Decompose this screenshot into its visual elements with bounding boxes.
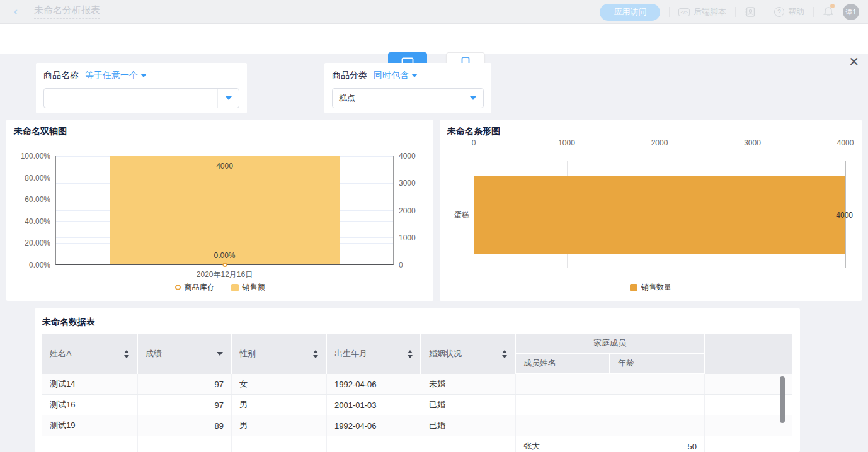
sort-icon[interactable] <box>124 350 129 358</box>
cell-birth: 2001-01-03 <box>327 395 421 415</box>
cell-name: 测试19 <box>42 415 138 436</box>
notifications-button[interactable] <box>823 5 834 19</box>
table-row[interactable]: 测试16 97 男 2001-01-03 已婚 <box>42 395 792 415</box>
cell-gender: 男 <box>232 415 327 436</box>
filter-label: 商品名称 <box>43 70 79 81</box>
cell-member-name: 张大 <box>516 436 610 452</box>
cell-extra <box>705 436 792 452</box>
cell-name: 测试14 <box>42 374 138 394</box>
filter-label: 商品分类 <box>332 70 367 81</box>
line-point-marker[interactable] <box>222 263 227 267</box>
axis-tick: 100.00% <box>21 152 50 161</box>
axis-tick: 2000 <box>651 138 668 147</box>
chevron-down-icon <box>226 96 232 100</box>
line-series-icon <box>175 285 181 290</box>
axis-tick: 0 <box>399 261 403 269</box>
contacts-button[interactable] <box>745 6 756 18</box>
help-button[interactable]: ? 帮助 <box>774 6 804 18</box>
column-header-name[interactable]: 姓名A <box>42 334 138 374</box>
code-icon: </> <box>678 8 690 16</box>
table-row[interactable]: 张大 50 <box>42 436 792 452</box>
axis-tick: 0.00% <box>29 261 50 269</box>
cell-birth <box>327 436 421 452</box>
backend-script-button[interactable]: </> 后端脚本 <box>678 6 726 18</box>
axis-tick: 60.00% <box>25 195 50 204</box>
filter-operator-dropdown[interactable]: 同时包含 <box>374 70 418 81</box>
filter-value-select[interactable] <box>43 88 239 108</box>
cell-score: 89 <box>138 415 232 436</box>
filter-operator-label: 等于任意一个 <box>85 70 138 81</box>
table-row[interactable]: 测试19 89 男 1992-04-06 已婚 <box>42 415 792 436</box>
y-axis-category-label: 蛋糕 <box>440 210 469 220</box>
cell-birth: 1992-04-06 <box>327 415 421 436</box>
quantity-bar[interactable] <box>474 176 845 254</box>
filter-value: 糕点 <box>333 93 462 104</box>
plot-area: 4000 <box>474 161 845 268</box>
column-header-age[interactable]: 年龄 <box>610 354 704 373</box>
legend-label: 销售数量 <box>641 282 671 293</box>
left-axis-ticks: 100.00% 80.00% 60.00% 40.00% 20.00% 0.00… <box>6 156 50 265</box>
filter-card-product-category: 商品分类 同时包含 糕点 <box>324 63 491 113</box>
app-access-button[interactable]: 应用访问 <box>600 4 660 21</box>
cell-marital: 已婚 <box>421 415 516 436</box>
chevron-down-icon <box>411 74 418 77</box>
horizontal-bar-chart-card: 未命名条形图 0 1000 2000 3000 4000 蛋糕 4000 销售数… <box>440 120 862 301</box>
sort-icon[interactable] <box>313 350 318 358</box>
sort-icon[interactable] <box>502 350 507 358</box>
cell-score: 97 <box>138 395 232 415</box>
notification-dot <box>830 4 835 8</box>
data-table: 姓名A 成绩 性别 出生年月 婚姻状况 家庭成员 成 <box>42 334 792 452</box>
app-top-bar: ‹ 未命名分析报表 应用访问 </> 后端脚本 ? 帮助 <box>0 0 868 24</box>
column-label: 出生年月 <box>334 348 367 359</box>
sales-bar[interactable]: 4000 0.00% <box>110 156 340 264</box>
column-header-score[interactable]: 成绩 <box>138 334 232 374</box>
axis-tick: 1000 <box>558 138 575 147</box>
filter-value-select[interactable]: 糕点 <box>332 88 484 108</box>
x-axis-category-label: 2020年12月16日 <box>55 269 394 280</box>
divider <box>735 7 736 17</box>
cell-name: 测试16 <box>42 395 138 415</box>
axis-tick: 3000 <box>399 179 416 188</box>
group-header-label[interactable]: 家庭成员 <box>516 334 704 354</box>
column-header-gender[interactable]: 性别 <box>232 334 327 374</box>
back-icon[interactable]: ‹ <box>14 5 18 18</box>
column-header-member-name[interactable]: 成员姓名 <box>516 354 610 373</box>
bar-value-label: 4000 <box>836 211 853 220</box>
line-value-label: 0.00% <box>110 251 340 260</box>
preview-toolbar: ✕ <box>0 24 868 54</box>
cell-age <box>610 374 705 394</box>
sort-desc-icon[interactable] <box>217 352 223 356</box>
close-icon[interactable]: ✕ <box>848 55 859 68</box>
filter-operator-dropdown[interactable]: 等于任意一个 <box>85 70 147 81</box>
user-avatar[interactable]: 谭1 <box>843 4 859 20</box>
divider <box>813 7 814 17</box>
legend-label: 商品库存 <box>185 282 215 293</box>
topbar-actions: 应用访问 </> 后端脚本 ? 帮助 <box>600 0 859 24</box>
help-label: 帮助 <box>788 6 804 18</box>
cell-age: 50 <box>610 436 705 452</box>
table-row[interactable]: 测试14 97 女 1992-04-06 未婚 <box>42 374 792 395</box>
sort-icon[interactable] <box>408 350 413 358</box>
axis-tick: 2000 <box>399 206 416 215</box>
group-subheaders: 成员姓名 年龄 <box>516 354 704 373</box>
legend-item-inventory[interactable]: 商品库存 <box>175 282 215 293</box>
column-header-marital[interactable]: 婚姻状况 <box>421 334 516 374</box>
question-icon: ? <box>774 7 784 17</box>
cell-gender: 男 <box>232 395 327 415</box>
vertical-scrollbar-thumb[interactable] <box>780 376 785 423</box>
column-label: 成绩 <box>146 348 162 359</box>
select-arrow-segment[interactable] <box>217 89 239 108</box>
report-title[interactable]: 未命名分析报表 <box>34 4 100 19</box>
column-header-birth[interactable]: 出生年月 <box>327 334 421 374</box>
cell-member-name <box>516 395 610 415</box>
filter-head: 商品分类 同时包含 <box>332 70 418 81</box>
axis-tick: 80.00% <box>25 174 50 183</box>
column-label: 婚姻状况 <box>429 348 462 359</box>
select-arrow-segment[interactable] <box>462 89 483 108</box>
legend-item-sales[interactable]: 销售额 <box>231 282 265 293</box>
plot-area: 4000 0.00% <box>55 156 394 265</box>
legend-item-quantity[interactable]: 销售数量 <box>630 282 671 293</box>
cell-gender <box>232 436 327 452</box>
chevron-down-icon <box>470 96 476 100</box>
table-title: 未命名数据表 <box>42 317 95 328</box>
